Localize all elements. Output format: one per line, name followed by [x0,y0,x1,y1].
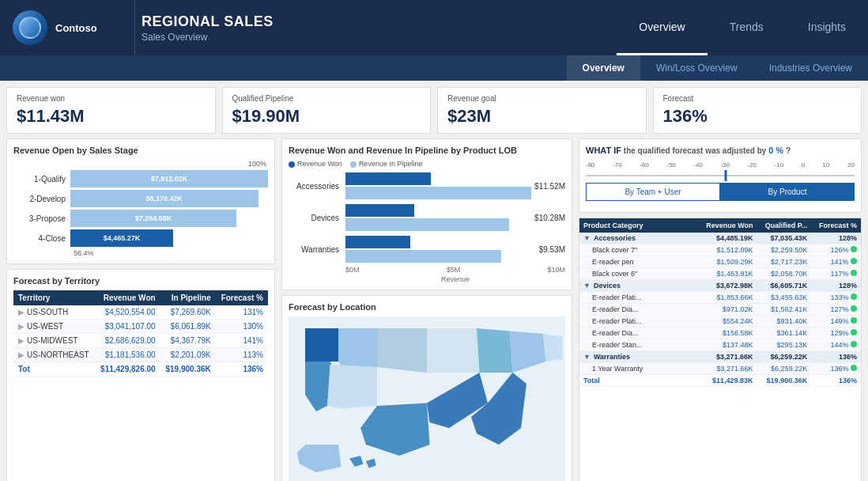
lob-label-warranties: Warranties [289,245,345,254]
territory-name: ▶US-SOUTH [13,305,95,320]
stage-label-3: 3-Propose [13,214,70,223]
kpi-forecast: Forecast 136% [653,87,862,134]
lob-label-devices: Devices [289,214,345,222]
product-revenue-won: $137.48K [698,339,757,351]
slider-label--70: -70 [613,161,622,169]
mid-column: Revenue Won and Revenue In Pipeline by P… [281,138,572,481]
territory-total-revenue: $11,429,826.00 [95,362,160,377]
stage-bar-container-1: $7,912.02K [70,170,268,187]
slider-thumb[interactable] [724,170,726,181]
lob-row-warranties: Warranties $9.53M [289,236,565,263]
nav-overview[interactable]: Overview [617,0,707,55]
forecast-territory-title: Forecast by Territory [13,276,268,286]
product-row: E-reader Plati... $1,853.66K $3,455.63K … [579,292,861,304]
lob-x-label: Revenue [289,275,565,283]
product-category-revenue: $4,485.19K [698,233,757,244]
territory-name: ▶US-MIDWEST [13,334,95,348]
product-name: 1 Year Warranty [579,363,698,375]
sub-nav-overview[interactable]: Overview [567,55,640,81]
territory-table: Territory Revenue Won In Pipeline Foreca… [13,290,268,377]
product-total-label: Total [579,375,698,387]
stage-row-4: 4-Close $4,465.27K [13,229,268,247]
legend-won: Revenue Won [289,160,342,168]
sales-stage-title: Revenue Open by Sales Stage [13,146,268,155]
in-pipeline-col-header: In Pipeline [160,290,216,305]
stage-label-1: 1-Qualify [13,175,70,184]
product-category-revenue: $3,271.66K [698,351,757,363]
sub-nav-winloss[interactable]: Win/Loss Overview [640,55,753,81]
sub-nav-industries[interactable]: Industries Overview [753,55,868,81]
sales-stage-top-label: 100% [13,160,268,168]
state-ne [543,334,563,362]
state-nv [338,328,377,367]
product-forecast: 127% [811,304,861,316]
territory-row: ▶US-MIDWEST $2,686,629.00 $4,367.79K 141… [13,334,268,348]
product-forecast: 129% [811,328,861,339]
product-name: Black cover 6" [579,268,698,280]
stage-label-2: 2-Develop [13,195,70,203]
product-total-qualified: $19,900.36K [757,375,812,387]
slider-label--80: -80 [586,161,595,169]
sub-title: Sales Overview [142,32,617,43]
revenue-won-header: Revenue Won [698,218,757,233]
product-name: E-reader Plati... [579,316,698,328]
lob-label-accessories: Accessories [289,182,345,191]
toggle-by-product[interactable]: By Product [720,183,855,201]
slider-label--50: -50 [666,161,676,169]
us-map-svg [289,316,565,481]
territory-forecast: 131% [216,305,268,320]
territory-forecast: 113% [216,348,268,362]
lob-bar-pipeline-devices [345,218,509,231]
lob-bars-warranties [345,236,536,263]
product-qualified: $2,717.23K [757,256,812,268]
product-revenue-won: $1,853.66K [698,292,757,304]
product-lob-title: Revenue Won and Revenue In Pipeline by P… [289,146,565,155]
product-category-forecast: 128% [811,233,861,244]
lob-legend: Revenue Won Revenue In Pipeline [289,160,565,168]
stage-bar-container-2: $8,170.42K [70,190,268,207]
territory-forecast: 130% [216,320,268,334]
slider-container[interactable]: -80 -70 -60 -50 -40 -30 -20 -10 0 10 20 [586,161,855,176]
product-category-row[interactable]: ▼Accessories $4,485.19K $7,035.43K 128% [579,233,861,244]
product-category-row[interactable]: ▼Warranties $3,271.66K $6,259.22K 136% [579,351,861,363]
slider-track[interactable] [586,175,855,176]
territory-in-pipeline: $7,269.60K [160,305,216,320]
territory-in-pipeline: $2,201.09K [160,348,216,362]
lob-bars-accessories [345,172,531,199]
product-forecast: 141% [811,256,861,268]
slider-labels: -80 -70 -60 -50 -40 -30 -20 -10 0 10 20 [586,161,855,169]
header: Contoso REGIONAL SALES Sales Overview Ov… [0,0,868,81]
x-tick-0m: $0M [345,266,360,274]
slider-label--60: -60 [640,161,649,169]
product-name: E-reader Plati... [579,292,698,304]
slider-label--40: -40 [693,161,703,169]
product-forecast: 136% [811,363,861,375]
nav-insights[interactable]: Insights [786,0,868,55]
slider-label--30: -30 [720,161,730,169]
lob-bar-won-accessories [345,172,431,185]
product-row: E-reader Dia... $971.02K $1,562.41K 127% [579,304,861,316]
territory-revenue-won: $3,041,107.00 [95,320,160,334]
kpi-qualified-pipeline-label: Qualified Pipeline [232,94,421,103]
forecast-location-title: Forecast by Location [289,302,565,312]
sales-stage-bottom-label: 56.4% [13,249,268,257]
territory-total-pipeline: $19,900.36K [160,362,216,377]
product-total-forecast: 136% [811,375,861,387]
slider-label-10: 10 [823,161,830,169]
stage-row-2: 2-Develop $8,170.42K [13,190,268,207]
lob-bar-won-warranties [345,236,410,248]
toggle-team-user[interactable]: By Team + User [586,183,720,201]
stage-bar-2: $8,170.42K [70,190,259,207]
slider-label-0: 0 [802,161,805,169]
product-category-row[interactable]: ▼Devices $3,672.98K $6,605.71K 128% [579,280,861,292]
product-revenue-won: $554.24K [698,316,757,328]
slider-label-20: 20 [847,161,855,169]
nav-trends[interactable]: Trends [708,0,786,55]
territory-total-label: Tot [13,362,95,377]
product-name: Black cover 7" [579,244,698,256]
slider-label--10: -10 [775,161,784,169]
forecast-pct-header: Forecast % [811,218,861,233]
territory-revenue-won: $4,520,554.00 [95,305,160,320]
x-tick-10m: $10M [547,266,565,274]
logo-icon [13,10,47,45]
